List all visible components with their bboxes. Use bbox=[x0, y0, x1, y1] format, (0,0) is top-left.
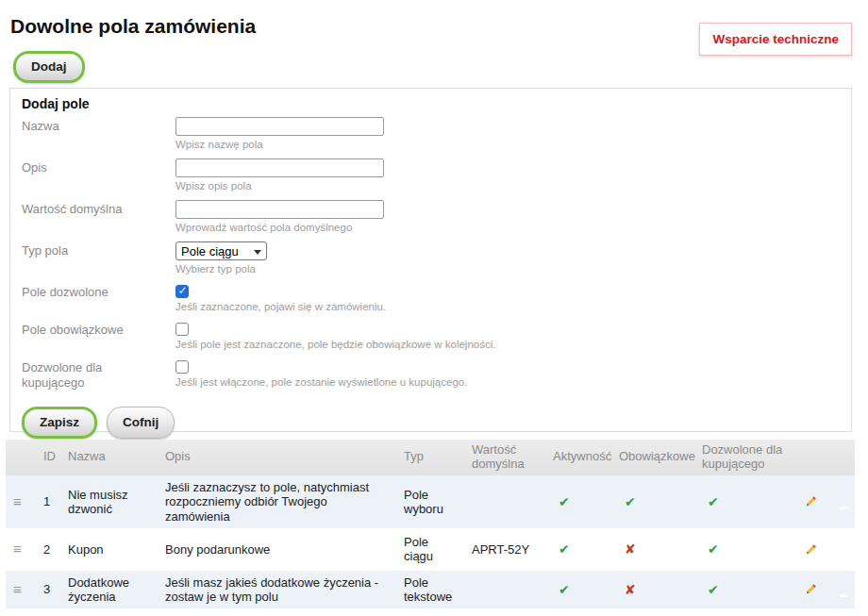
header-type: Typ bbox=[398, 440, 466, 475]
cell-id: 4 bbox=[38, 609, 62, 616]
form-row-name: Nazwa Wpisz nazwę pola bbox=[22, 117, 840, 153]
required-flag-icon: ✘ bbox=[619, 582, 636, 598]
cell-id: 2 bbox=[38, 529, 62, 570]
description-hint: Wpisz opis pola bbox=[175, 180, 384, 191]
name-hint: Wpisz nazwę pola bbox=[175, 139, 384, 150]
chevron-down-icon bbox=[254, 250, 261, 255]
cell-type: Pole tekstowe bbox=[398, 570, 466, 610]
buyer-flag-icon: ✔ bbox=[702, 541, 719, 558]
cell-name: Dodatkowe życzenia bbox=[62, 570, 159, 610]
field-type-select[interactable]: Pole ciągu bbox=[175, 241, 267, 260]
edit-pencil-icon[interactable] bbox=[804, 582, 818, 596]
cell-desc: Wybierz żądaną datę dostawy bbox=[159, 609, 398, 616]
page-title: Dowolne pola zamówienia bbox=[10, 15, 256, 38]
panel-title: Dodaj pole bbox=[22, 96, 840, 117]
field-type-hint: Wybierz typ pola bbox=[175, 263, 267, 275]
form-row-default-value: Wartość domyślna Wprowadź wartość pola d… bbox=[22, 200, 840, 236]
cell-name: Nie musisz dzwonić bbox=[62, 475, 159, 529]
header-active: Aktywność bbox=[547, 440, 613, 475]
cell-default: APRT-52Y bbox=[466, 529, 547, 570]
header-drag bbox=[6, 440, 38, 475]
cell-name: Pożądana data dostawy bbox=[62, 609, 159, 616]
field-type-label: Typ pola bbox=[22, 241, 175, 277]
required-flag-icon: ✘ bbox=[619, 541, 636, 558]
form-row-buyer-allowed: Dozwolone dla kupującego Jeśli jest włąc… bbox=[22, 358, 840, 391]
header-desc: Opis bbox=[159, 440, 398, 475]
cell-desc: Jeśli zaznaczysz to pole, natychmiast ro… bbox=[159, 475, 398, 529]
field-type-selected-value: Pole ciągu bbox=[181, 244, 239, 258]
buyer-flag-icon: ✔ bbox=[702, 494, 719, 510]
field-allowed-checkbox[interactable] bbox=[175, 285, 189, 298]
edit-pencil-icon[interactable] bbox=[804, 542, 818, 557]
cell-type: Pole wyboru bbox=[398, 475, 466, 529]
active-flag-icon: ✔ bbox=[553, 582, 570, 598]
save-button[interactable]: Zapisz bbox=[22, 407, 97, 439]
add-field-panel: Dodaj pole Nazwa Wpisz nazwę pola Opis W… bbox=[9, 88, 852, 432]
cell-desc: Bony podarunkowe bbox=[159, 529, 398, 570]
support-button[interactable]: Wsparcie techniczne bbox=[699, 23, 852, 56]
field-required-checkbox[interactable] bbox=[175, 323, 189, 336]
description-input[interactable] bbox=[175, 158, 384, 177]
cell-type: Pole daty bbox=[398, 609, 466, 616]
table-row: ≡ 3 Dodatkowe życzenia Jeśli masz jakieś… bbox=[6, 570, 855, 610]
header-actions bbox=[791, 440, 855, 475]
cell-default bbox=[466, 609, 547, 616]
default-value-input[interactable] bbox=[175, 200, 384, 219]
active-flag-icon: ✔ bbox=[553, 494, 570, 510]
cell-name: Kupon bbox=[62, 529, 159, 570]
drag-handle-icon[interactable]: ≡ bbox=[11, 541, 22, 558]
active-flag-icon: ✔ bbox=[553, 541, 570, 558]
table-header-row: ID Nazwa Opis Typ Wartość domyślna Aktyw… bbox=[6, 440, 855, 475]
cell-type: Pole ciągu bbox=[398, 529, 466, 570]
table-row: ≡ 4 Pożądana data dostawy Wybierz żądaną… bbox=[6, 609, 855, 616]
cell-id: 3 bbox=[38, 570, 62, 610]
description-label: Opis bbox=[22, 158, 175, 194]
cell-default bbox=[466, 570, 547, 610]
header-buyer: Dozwolone dla kupującego bbox=[696, 440, 791, 475]
table-row: ≡ 1 Nie musisz dzwonić Jeśli zaznaczysz … bbox=[6, 475, 855, 529]
buyer-flag-icon: ✔ bbox=[702, 582, 719, 598]
form-row-field-type: Typ pola Pole ciągu Wybierz typ pola bbox=[22, 241, 840, 277]
header-name: Nazwa bbox=[62, 440, 159, 475]
name-input[interactable] bbox=[175, 117, 384, 136]
fields-table: ID Nazwa Opis Typ Wartość domyślna Aktyw… bbox=[6, 440, 855, 616]
field-required-hint: Jeśli pole jest zaznaczone, pole będzie … bbox=[175, 339, 495, 350]
cell-id: 1 bbox=[38, 475, 62, 529]
drag-handle-icon[interactable]: ≡ bbox=[11, 493, 22, 510]
field-allowed-hint: Jeśli zaznaczone, pojawi się w zamówieni… bbox=[175, 301, 386, 312]
field-required-label: Pole obowiązkowe bbox=[22, 321, 175, 353]
default-value-label: Wartość domyślna bbox=[22, 200, 175, 236]
buyer-allowed-label: Dozwolone dla kupującego bbox=[22, 358, 175, 391]
header-required: Obowiązkowe bbox=[613, 440, 696, 475]
field-allowed-label: Pole dozwolone bbox=[22, 283, 175, 315]
edit-pencil-icon[interactable] bbox=[804, 494, 818, 508]
cell-default bbox=[466, 475, 547, 529]
form-row-description: Opis Wpisz opis pola bbox=[22, 158, 840, 194]
form-row-field-required: Pole obowiązkowe Jeśli pole jest zaznacz… bbox=[22, 321, 840, 353]
cell-desc: Jeśli masz jakieś dodatkowe życzenia - z… bbox=[159, 570, 398, 610]
default-value-hint: Wprowadź wartość pola domyślnego bbox=[175, 222, 384, 233]
required-flag-icon: ✔ bbox=[619, 494, 636, 510]
buyer-allowed-hint: Jeśli jest włączone, pole zostanie wyświ… bbox=[175, 376, 467, 388]
buyer-allowed-checkbox[interactable] bbox=[175, 360, 189, 374]
header-default: Wartość domyślna bbox=[466, 440, 547, 475]
cancel-button[interactable]: Cofnij bbox=[107, 407, 175, 439]
table-row: ≡ 2 Kupon Bony podarunkowe Pole ciągu AP… bbox=[6, 529, 855, 570]
header-id: ID bbox=[38, 440, 62, 475]
name-label: Nazwa bbox=[22, 117, 175, 153]
form-row-field-allowed: Pole dozwolone Jeśli zaznaczone, pojawi … bbox=[22, 283, 840, 315]
add-button[interactable]: Dodaj bbox=[13, 51, 85, 83]
drag-handle-icon[interactable]: ≡ bbox=[11, 581, 22, 598]
